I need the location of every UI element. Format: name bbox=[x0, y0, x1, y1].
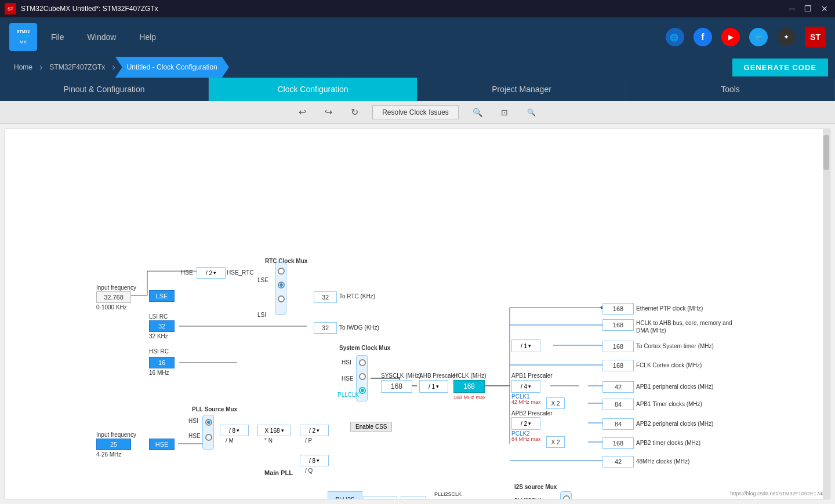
vertical-scrollbar[interactable] bbox=[823, 129, 830, 499]
apb1-periph-label: APB1 peripheral clocks (MHz) bbox=[636, 384, 713, 390]
apb2-periph-label: APB2 peripheral clocks (MHz) bbox=[636, 421, 713, 427]
minimize-button[interactable]: ─ bbox=[787, 4, 797, 13]
app-logo: ST bbox=[5, 3, 16, 14]
window-menu[interactable]: Window bbox=[88, 32, 117, 42]
i2s-n-select[interactable]: X 192 bbox=[364, 496, 397, 499]
lse-freq-label: Input frequency bbox=[96, 284, 136, 291]
titlebar-controls[interactable]: ─ ❐ ✕ bbox=[787, 4, 830, 13]
clk48-value[interactable]: 42 bbox=[602, 456, 634, 468]
sys-hse-radio[interactable] bbox=[359, 373, 366, 380]
resolve-clock-button[interactable]: Resolve Clock Issues bbox=[372, 105, 459, 119]
apb1-prescaler-select[interactable]: / 4 bbox=[511, 380, 540, 393]
zoom-out-button[interactable]: 🔍 bbox=[523, 106, 539, 118]
hse-freq-label: Input frequency bbox=[96, 432, 136, 438]
lsi-block[interactable]: 32 bbox=[149, 320, 175, 332]
redo-button[interactable]: ↪ bbox=[320, 104, 337, 120]
hsi-block[interactable]: 16 bbox=[149, 357, 175, 368]
lse-block[interactable]: LSE bbox=[149, 290, 175, 302]
apb2-timer-value[interactable]: 168 bbox=[602, 437, 634, 449]
brand: STM32 Cube MX bbox=[9, 23, 37, 51]
breadcrumb-current[interactable]: Untitled - Clock Configuration bbox=[115, 57, 229, 78]
fclk-value[interactable]: 168 bbox=[602, 360, 634, 371]
apb1-periph-value[interactable]: 42 bbox=[602, 381, 634, 393]
hclk-value[interactable]: 168 bbox=[453, 380, 485, 393]
nav-links: File Window Help bbox=[51, 32, 156, 42]
hse-range-label: 4-26 MHz bbox=[96, 451, 121, 458]
titlebar: ST STM32CubeMX Untitled*: STM32F407ZGTx … bbox=[0, 0, 835, 17]
sys-pll-radio[interactable] bbox=[359, 387, 366, 394]
to-rtc-value[interactable]: 32 bbox=[314, 291, 337, 303]
to-iwdg-value[interactable]: 32 bbox=[314, 322, 337, 334]
navbar-left: STM32 Cube MX File Window Help bbox=[9, 23, 156, 51]
rtc-mux-box bbox=[275, 262, 286, 315]
hsi-freq-label: 16 MHz bbox=[149, 370, 169, 376]
apb2-prescaler-select[interactable]: / 2 bbox=[511, 417, 540, 430]
sys-hsi-label: HSI bbox=[342, 359, 351, 366]
generate-code-button[interactable]: GENERATE CODE bbox=[732, 59, 828, 76]
pclk1-max-label: 42 MHz max bbox=[511, 399, 541, 405]
zoom-in-button[interactable]: 🔍 bbox=[468, 105, 487, 119]
close-button[interactable]: ✕ bbox=[819, 4, 830, 13]
pll-m-select[interactable]: / 8 bbox=[220, 425, 249, 436]
clk48-label: 48MHz clocks (MHz) bbox=[636, 458, 689, 465]
tab-project[interactable]: Project Manager bbox=[418, 78, 626, 101]
pll-hse-radio[interactable] bbox=[205, 434, 212, 441]
enable-css-button[interactable]: Enable CSS bbox=[350, 422, 392, 432]
facebook-icon[interactable]: f bbox=[694, 28, 712, 46]
hse-freq-box[interactable]: 25 bbox=[96, 439, 131, 450]
cortex-timer-value[interactable]: 168 bbox=[602, 341, 634, 352]
hclk-ahb-value[interactable]: 168 bbox=[602, 319, 634, 331]
apb1-timer-label: APB1 Timer clocks (MHz) bbox=[636, 401, 702, 407]
undo-button[interactable]: ↩ bbox=[294, 104, 311, 120]
breadcrumb-home[interactable]: Home bbox=[7, 57, 39, 78]
sysclk-value[interactable]: 168 bbox=[381, 380, 412, 393]
twitter-icon[interactable]: 🐦 bbox=[749, 28, 768, 46]
clock-diagram: Input frequency 32.768 0-1000 KHz LSE LS… bbox=[5, 129, 830, 499]
sys-mux-label: System Clock Mux bbox=[339, 345, 390, 351]
st-icon[interactable]: ST bbox=[805, 27, 826, 48]
lse-freq-box[interactable]: 32.768 bbox=[96, 291, 131, 303]
pll-hsi-radio[interactable] bbox=[205, 419, 212, 426]
apb2-timer-label: APB2 timer clocks (MHz) bbox=[636, 440, 700, 446]
hse-block[interactable]: HSE bbox=[149, 439, 175, 450]
hse-rtc-label: HSE_RTC bbox=[227, 269, 254, 276]
cortex-div-select[interactable]: / 1 bbox=[511, 339, 540, 352]
refresh-button[interactable]: ↻ bbox=[346, 104, 363, 120]
rtc-hse-radio[interactable] bbox=[278, 268, 285, 275]
hse-rtc-div-select[interactable]: / 2 bbox=[197, 267, 226, 279]
tab-tools[interactable]: Tools bbox=[626, 78, 835, 101]
hclk-ahb-label: HCLK to AHB bus, core, memory and DMA (M… bbox=[636, 319, 740, 334]
help-menu[interactable]: Help bbox=[139, 32, 156, 42]
sys-hse-label: HSE bbox=[342, 375, 354, 382]
scrollbar-thumb[interactable] bbox=[823, 135, 829, 170]
tab-clock[interactable]: Clock Configuration bbox=[209, 78, 418, 101]
file-menu[interactable]: File bbox=[51, 32, 64, 42]
social-icon-1[interactable]: 🌐 bbox=[666, 28, 684, 46]
eth-ptp-value[interactable]: 168 bbox=[602, 303, 634, 315]
hsi-label: HSI RC bbox=[149, 348, 169, 355]
network-icon[interactable]: ✦ bbox=[777, 28, 796, 46]
fit-button[interactable]: ⊡ bbox=[496, 105, 513, 119]
maximize-button[interactable]: ❐ bbox=[802, 4, 814, 13]
ahb-prescaler-select[interactable]: / 1 bbox=[419, 380, 448, 393]
youtube-icon[interactable]: ▶ bbox=[721, 28, 740, 46]
apb1-timer-value[interactable]: 84 bbox=[602, 399, 634, 410]
rtc-lsi-radio[interactable] bbox=[278, 295, 285, 302]
i2s-r-select[interactable]: / 2 bbox=[401, 496, 426, 499]
i2s-plli2s-radio[interactable] bbox=[563, 495, 570, 499]
apb2-periph-value[interactable]: 84 bbox=[602, 418, 634, 430]
plli2s-label-box: PLLI2S bbox=[328, 491, 362, 499]
tab-pinout[interactable]: Pinout & Configuration bbox=[0, 78, 209, 101]
hse-rtc-src-label: HSE bbox=[181, 269, 193, 276]
sys-hsi-radio[interactable] bbox=[359, 359, 366, 366]
pll-q-label: / Q bbox=[305, 468, 313, 474]
pll-p-select[interactable]: / 2 bbox=[300, 425, 329, 436]
pll-q-select[interactable]: / 8 bbox=[300, 455, 329, 466]
cortex-timer-label: To Cortex System timer (MHz) bbox=[636, 343, 714, 349]
hclk-max-label: 168 MHz max bbox=[453, 395, 486, 400]
toolbar: ↩ ↪ ↻ Resolve Clock Issues 🔍 ⊡ 🔍 bbox=[0, 101, 835, 124]
breadcrumb-device[interactable]: STM32F407ZGTx bbox=[42, 57, 112, 78]
rtc-lse-radio[interactable] bbox=[278, 282, 285, 288]
apb1-prescaler-label: APB1 Prescaler bbox=[511, 372, 553, 379]
pll-n-select[interactable]: X 168 bbox=[257, 425, 291, 436]
